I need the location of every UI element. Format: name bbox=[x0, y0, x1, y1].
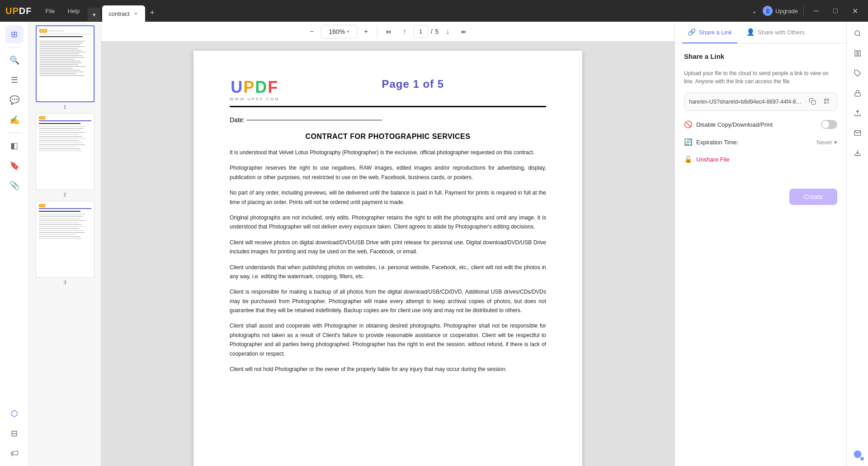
tab-share-others[interactable]: 👤 Share with Others bbox=[741, 22, 810, 43]
qr-code-button[interactable] bbox=[821, 96, 832, 108]
pdf-logo-sub: WWW.UPDF.COM bbox=[230, 97, 280, 101]
share-title: Share a Link bbox=[684, 52, 837, 60]
upgrade-button[interactable]: 👤 Upgrade bbox=[763, 6, 798, 16]
sidebar-divider-2 bbox=[7, 133, 22, 133]
share-link-url: hare/en-US?shareId=b8d94ec4-8697-44f4-8b… bbox=[689, 99, 803, 105]
topbar-menu: File Help bbox=[39, 0, 86, 22]
far-right-tag-button[interactable] bbox=[849, 65, 866, 81]
thumbnail-panel: UPDF WWW.UPDF.COM bbox=[29, 22, 101, 466]
thumbnail-num-1: 1 bbox=[63, 104, 66, 109]
sidebar-icon-bookmark[interactable]: 🔖 bbox=[5, 157, 24, 175]
thumbnail-image-2: UPDF bbox=[36, 113, 94, 190]
pdf-page-header: UPDF WWW.UPDF.COM Page 1 of 5 bbox=[230, 78, 546, 107]
pdf-date-line: Date: bbox=[230, 116, 546, 124]
far-right-search-button[interactable] bbox=[849, 25, 866, 42]
expiry-value-text: Never bbox=[816, 139, 832, 146]
pdf-logo: UPDF WWW.UPDF.COM bbox=[230, 78, 280, 101]
upgrade-label: Upgrade bbox=[775, 8, 798, 14]
sidebar-icon-comments[interactable]: 💬 bbox=[5, 91, 24, 109]
topbar-chevron-icon[interactable]: ⌄ bbox=[752, 7, 757, 14]
tab-dropdown[interactable]: ▾ bbox=[88, 8, 100, 21]
svg-rect-2 bbox=[855, 51, 857, 56]
thumbnail-num-2: 2 bbox=[63, 192, 66, 197]
sidebar-icon-search[interactable]: 🔍 bbox=[5, 51, 24, 69]
pdf-paragraph-1: It is understood that Velvet Lotus Photo… bbox=[230, 148, 546, 157]
pdf-paragraph-9: Client will not hold Photographer or the… bbox=[230, 365, 546, 374]
expiry-chevron-icon: ▾ bbox=[834, 139, 837, 146]
disable-text: Disable Copy/Download/Print bbox=[696, 121, 773, 128]
svg-point-1 bbox=[855, 31, 860, 36]
thumbnail-page-2[interactable]: UPDF 2 bbox=[33, 113, 97, 197]
toggle-knob bbox=[822, 121, 829, 128]
pdf-viewport[interactable]: UPDF WWW.UPDF.COM Page 1 of 5 Date: CONT… bbox=[101, 42, 675, 466]
sidebar-icon-layers[interactable]: ◧ bbox=[5, 137, 24, 155]
page-separator: / bbox=[431, 28, 433, 35]
expiry-label: 🔄 Expiration Time: bbox=[684, 138, 738, 146]
expiry-value-dropdown[interactable]: Never ▾ bbox=[816, 139, 837, 146]
first-page-button[interactable]: ⏮ bbox=[381, 24, 396, 39]
share-link-tab-label: Share a Link bbox=[699, 29, 732, 36]
pdf-paragraph-5: Client will receive photos on digital do… bbox=[230, 238, 546, 257]
zoom-in-button[interactable]: + bbox=[359, 24, 373, 39]
sidebar-divider-1 bbox=[7, 47, 22, 48]
svg-rect-5 bbox=[855, 93, 860, 96]
last-page-button[interactable]: ⏭ bbox=[457, 24, 471, 39]
far-right-email-button[interactable] bbox=[849, 125, 866, 141]
disable-option-row: 🚫 Disable Copy/Download/Print bbox=[684, 118, 837, 131]
toolbar-separator-1 bbox=[377, 26, 377, 37]
svg-point-8 bbox=[854, 451, 861, 458]
zoom-out-button[interactable]: − bbox=[305, 24, 319, 39]
thumbnail-image-3: UPDF bbox=[36, 201, 94, 278]
pdf-paragraph-2: Photographer reserves the right to use n… bbox=[230, 163, 546, 182]
share-description: Upload your file to the cloud to send pe… bbox=[684, 69, 837, 86]
sidebar-icon-tools[interactable]: ⬡ bbox=[5, 404, 24, 423]
far-right-lock-button[interactable] bbox=[849, 85, 866, 101]
svg-rect-0 bbox=[811, 100, 816, 105]
far-right-ai-assistant-button[interactable] bbox=[849, 446, 866, 462]
share-others-tab-label: Share with Others bbox=[758, 29, 805, 36]
window-minimize-button[interactable]: ─ bbox=[809, 7, 823, 15]
menu-help[interactable]: Help bbox=[61, 0, 86, 22]
expiry-text: Expiration Time: bbox=[696, 139, 738, 146]
topbar-right: ⌄ 👤 Upgrade ─ □ ✕ bbox=[752, 6, 863, 16]
pdf-paragraph-7: Client is responsible for making a backu… bbox=[230, 287, 546, 315]
tab-add-button[interactable]: + bbox=[145, 8, 159, 18]
window-close-button[interactable]: ✕ bbox=[848, 7, 863, 15]
far-right-columns-button[interactable] bbox=[849, 45, 866, 62]
page-navigation: / 5 bbox=[414, 25, 439, 38]
page-number-input[interactable] bbox=[414, 25, 428, 38]
sidebar-icon-bookmark2[interactable]: ⊟ bbox=[5, 424, 24, 442]
disable-label: 🚫 Disable Copy/Download/Print bbox=[684, 120, 773, 128]
tab-contract[interactable]: contract ✕ bbox=[102, 5, 145, 22]
sidebar-icon-signatures[interactable]: ✍ bbox=[5, 111, 24, 129]
prev-page-button[interactable]: ↑ bbox=[397, 24, 412, 39]
far-right-upload-button[interactable] bbox=[849, 105, 866, 121]
create-button[interactable]: Create bbox=[789, 189, 837, 205]
tab-area: ▾ contract ✕ + bbox=[86, 0, 752, 22]
unshare-icon: 🔓 bbox=[684, 155, 693, 163]
sidebar-icon-attachment[interactable]: 📎 bbox=[5, 176, 24, 195]
zoom-level-display[interactable]: 160% ▾ bbox=[321, 25, 357, 38]
zoom-chevron-icon: ▾ bbox=[347, 29, 349, 34]
sidebar-icon-thumbnails[interactable]: ⊞ bbox=[5, 25, 24, 43]
menu-file[interactable]: File bbox=[39, 0, 61, 22]
thumbnail-page-3[interactable]: UPDF 3 bbox=[33, 201, 97, 285]
tab-share-link[interactable]: 🔗 Share a Link bbox=[682, 22, 737, 43]
sidebar-icon-stickers[interactable]: 🏷 bbox=[5, 444, 24, 462]
far-right-download-button[interactable] bbox=[849, 145, 866, 161]
main-area: ⊞ 🔍 ☰ 💬 ✍ ◧ 🔖 📎 ⬡ ⊟ 🏷 UPDF WWW.UPDF.COM bbox=[0, 22, 868, 466]
sidebar-icon-outline[interactable]: ☰ bbox=[5, 71, 24, 89]
share-link-row: hare/en-US?shareId=b8d94ec4-8697-44f4-8b… bbox=[684, 93, 837, 111]
unshare-row[interactable]: 🔓 Unshare File bbox=[684, 153, 837, 165]
left-sidebar: ⊞ 🔍 ☰ 💬 ✍ ◧ 🔖 📎 ⬡ ⊟ 🏷 bbox=[0, 22, 29, 466]
tab-close-icon[interactable]: ✕ bbox=[133, 10, 139, 18]
next-page-button[interactable]: ↓ bbox=[440, 24, 455, 39]
toolbar: − 160% ▾ + ⏮ ↑ / 5 ↓ ⏭ bbox=[101, 22, 675, 42]
copy-link-button[interactable] bbox=[807, 96, 818, 108]
window-maximize-button[interactable]: □ bbox=[829, 7, 842, 15]
thumbnail-page-1[interactable]: UPDF WWW.UPDF.COM bbox=[33, 25, 97, 109]
unshare-text: Unshare File bbox=[696, 156, 730, 163]
share-others-tab-icon: 👤 bbox=[746, 28, 755, 36]
share-panel: 🔗 Share a Link 👤 Share with Others Share… bbox=[675, 22, 846, 466]
disable-toggle[interactable] bbox=[821, 120, 837, 129]
